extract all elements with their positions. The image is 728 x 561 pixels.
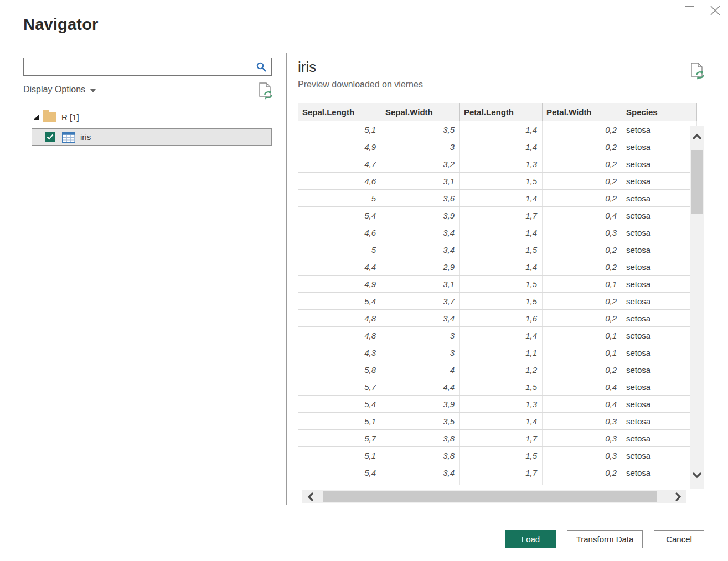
vertical-scrollbar[interactable] bbox=[690, 126, 704, 489]
species-cell: setosa bbox=[622, 276, 697, 293]
species-cell: setosa bbox=[622, 361, 697, 378]
table-row: 5,13,51,40,3setosa bbox=[298, 413, 697, 430]
value-cell: 0,4 bbox=[543, 396, 622, 413]
table-row: 5,43,91,30,4setosa bbox=[298, 396, 697, 413]
search-input[interactable] bbox=[28, 58, 252, 75]
refresh-button[interactable] bbox=[258, 82, 273, 100]
value-cell: 0,3 bbox=[543, 447, 622, 464]
value-cell: 5,4 bbox=[298, 464, 381, 481]
value-cell: 2,9 bbox=[381, 258, 460, 276]
close-icon bbox=[710, 5, 721, 16]
preview-table-body: 5,13,51,40,2setosa4,931,40,2setosa4,73,2… bbox=[298, 121, 697, 485]
value-cell: 3 bbox=[381, 138, 460, 155]
value-cell: 5,1 bbox=[298, 413, 381, 430]
value-cell: 1,4 bbox=[460, 190, 543, 207]
value-cell: 4,7 bbox=[298, 155, 381, 173]
preview-refresh-button[interactable] bbox=[690, 62, 705, 80]
value-cell: 0,3 bbox=[543, 413, 622, 430]
value-cell: 3,1 bbox=[381, 173, 460, 190]
table-row: 4,83,41,60,2setosa bbox=[298, 310, 697, 327]
transform-data-button[interactable]: Transform Data bbox=[567, 530, 643, 548]
value-cell: 3 bbox=[381, 327, 460, 344]
species-cell: setosa bbox=[622, 378, 697, 396]
table-row: 5,43,91,70,4setosa bbox=[298, 207, 697, 224]
value-cell: 1,7 bbox=[460, 430, 543, 447]
search-icon[interactable] bbox=[255, 61, 267, 75]
tree-item-r-folder[interactable]: R [1] bbox=[23, 108, 272, 126]
value-cell: 0,2 bbox=[543, 155, 622, 173]
preview-subtitle: Preview downloaded on viernes bbox=[298, 80, 423, 90]
chevron-down-icon bbox=[90, 89, 96, 92]
value-cell: 0,1 bbox=[543, 276, 622, 293]
table-row: 5,43,71,50,2setosa bbox=[298, 293, 697, 310]
page-title: Navigator bbox=[23, 15, 99, 34]
value-cell: 1,5 bbox=[460, 447, 543, 464]
species-cell: setosa bbox=[622, 413, 697, 430]
value-cell: 1,4 bbox=[460, 327, 543, 344]
value-cell: 5,7 bbox=[298, 378, 381, 396]
vertical-scrollbar-thumb[interactable] bbox=[691, 150, 703, 214]
value-cell: 0,1 bbox=[543, 327, 622, 344]
table-row: 5,74,41,50,4setosa bbox=[298, 378, 697, 396]
scroll-right-icon[interactable] bbox=[674, 492, 682, 501]
maximize-button[interactable] bbox=[683, 4, 695, 17]
options-row: Display Options bbox=[23, 83, 272, 101]
close-button[interactable] bbox=[709, 4, 721, 17]
value-cell: 3,2 bbox=[381, 155, 460, 173]
species-cell: setosa bbox=[622, 327, 697, 344]
value-cell: 3,9 bbox=[381, 207, 460, 224]
value-cell: 1,4 bbox=[460, 413, 543, 430]
species-cell: setosa bbox=[622, 344, 697, 361]
table-row: 5,841,20,2setosa bbox=[298, 361, 697, 378]
value-cell: 1,4 bbox=[460, 121, 543, 138]
maximize-icon bbox=[685, 6, 694, 15]
scroll-down-icon[interactable] bbox=[692, 471, 702, 479]
scroll-up-icon[interactable] bbox=[692, 133, 702, 141]
scroll-left-icon[interactable] bbox=[307, 492, 314, 501]
value-cell: 0,1 bbox=[543, 344, 622, 361]
value-cell: 5,4 bbox=[298, 293, 381, 310]
value-cell: 4,9 bbox=[298, 276, 381, 293]
value-cell: 0,2 bbox=[543, 310, 622, 327]
column-header: Sepal.Length bbox=[298, 103, 381, 121]
horizontal-scrollbar[interactable] bbox=[302, 490, 686, 503]
value-cell: 1,5 bbox=[460, 276, 543, 293]
navigation-tree: R [1] iris bbox=[23, 108, 272, 146]
checkbox-checked-icon[interactable] bbox=[45, 132, 55, 142]
value-cell: 0,2 bbox=[543, 138, 622, 155]
value-cell: 1,5 bbox=[460, 173, 543, 190]
expander-icon[interactable] bbox=[33, 114, 39, 120]
value-cell: 3,7 bbox=[381, 293, 460, 310]
table-row: 5,13,81,50,3setosa bbox=[298, 447, 697, 464]
value-cell: 0,2 bbox=[543, 464, 622, 481]
value-cell: 4,8 bbox=[298, 310, 381, 327]
display-options-dropdown[interactable]: Display Options bbox=[23, 85, 96, 95]
value-cell: 0,4 bbox=[543, 207, 622, 224]
value-cell: 5,1 bbox=[298, 447, 381, 464]
value-cell: 0,3 bbox=[543, 430, 622, 447]
species-cell: setosa bbox=[622, 258, 697, 276]
load-button[interactable]: Load bbox=[505, 530, 556, 548]
tree-item-iris[interactable]: iris bbox=[32, 128, 272, 146]
species-cell: setosa bbox=[622, 155, 697, 173]
panel-divider bbox=[286, 53, 287, 505]
value-cell: 5,1 bbox=[298, 121, 381, 138]
value-cell: 1,3 bbox=[460, 396, 543, 413]
value-cell: 0,4 bbox=[543, 378, 622, 396]
value-cell: 0,2 bbox=[543, 190, 622, 207]
table-row: 4,831,40,1setosa bbox=[298, 327, 697, 344]
table-row: 53,41,50,2setosa bbox=[298, 241, 697, 258]
value-cell: 1,4 bbox=[460, 138, 543, 155]
value-cell: 3,5 bbox=[381, 121, 460, 138]
horizontal-scrollbar-thumb[interactable] bbox=[323, 491, 657, 502]
value-cell: 5,7 bbox=[298, 430, 381, 447]
preview-table-container: Sepal.LengthSepal.WidthPetal.LengthPetal… bbox=[298, 103, 697, 490]
table-row: 53,61,40,2setosa bbox=[298, 190, 697, 207]
value-cell: 3,8 bbox=[381, 447, 460, 464]
cancel-button[interactable]: Cancel bbox=[654, 530, 704, 548]
preview-title: iris bbox=[298, 59, 316, 76]
value-cell: 4,3 bbox=[298, 344, 381, 361]
value-cell: 3,9 bbox=[381, 396, 460, 413]
value-cell: 0,2 bbox=[543, 241, 622, 258]
value-cell: 4 bbox=[381, 361, 460, 378]
